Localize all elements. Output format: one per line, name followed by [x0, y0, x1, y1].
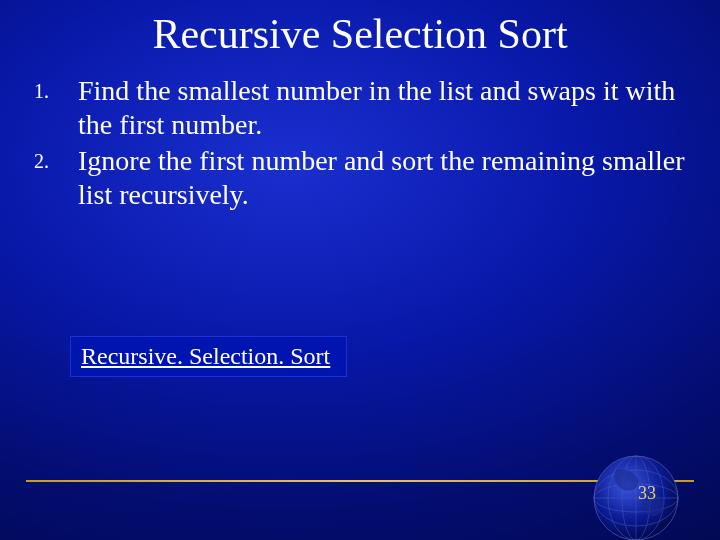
link-box[interactable]: Recursive. Selection. Sort [70, 336, 347, 377]
link-label: Recursive. Selection. Sort [81, 343, 330, 369]
slide-body: 1. Find the smallest number in the list … [34, 74, 686, 214]
slide: Recursive Selection Sort 1. Find the sma… [0, 0, 720, 540]
list-number: 2. [34, 144, 78, 178]
list-text: Find the smallest number in the list and… [78, 74, 686, 142]
slide-title: Recursive Selection Sort [0, 10, 720, 58]
list-item: 2. Ignore the first number and sort the … [34, 144, 686, 212]
list-text: Ignore the first number and sort the rem… [78, 144, 686, 212]
globe-icon [576, 420, 696, 540]
page-number: 33 [638, 483, 656, 504]
list-item: 1. Find the smallest number in the list … [34, 74, 686, 142]
list-number: 1. [34, 74, 78, 108]
